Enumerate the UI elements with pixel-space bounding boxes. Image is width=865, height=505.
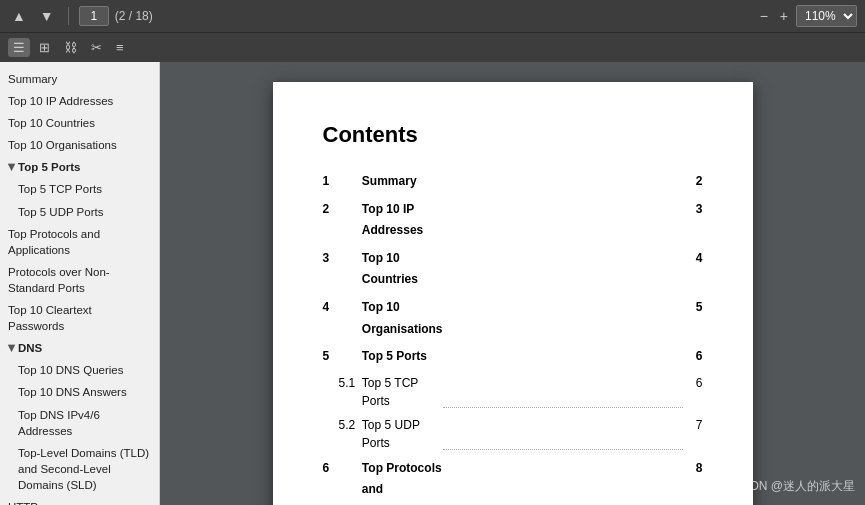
sidebar: Summary Top 10 IP Addresses Top 10 Count… <box>0 62 160 505</box>
sidebar-item-protocols-nonstandard[interactable]: Protocols over Non-Standard Ports <box>0 261 159 299</box>
toc-entry-dots <box>443 413 684 455</box>
sidebar-item-top10-org[interactable]: Top 10 Organisations <box>0 134 159 156</box>
sidebar-item-dns-ipv46[interactable]: Top DNS IPv4/6 Addresses <box>0 404 159 442</box>
zoom-plus-button[interactable]: + <box>776 6 792 26</box>
toc-row: 3Top 10 Countries4 <box>323 245 703 294</box>
toc-entry-spacer <box>443 245 684 294</box>
toc-entry-label: Top 5 Ports <box>362 343 443 371</box>
toc-entry-spacer <box>443 455 684 505</box>
sidebar-item-tcp-ports[interactable]: Top 5 TCP Ports <box>0 178 159 200</box>
toc-entry-num: 2 <box>323 196 362 245</box>
chevron-dns-icon: ▶ <box>5 345 18 352</box>
view-link-button[interactable]: ⛓ <box>59 38 82 57</box>
view-toolbar: ☰ ⊞ ⛓ ✂ ≡ <box>0 32 865 62</box>
toc-table: 1Summary22Top 10 IP Addresses33Top 10 Co… <box>323 168 703 505</box>
toc-title: Contents <box>323 122 703 148</box>
pdf-viewer[interactable]: Contents 1Summary22Top 10 IP Addresses33… <box>160 62 865 505</box>
sidebar-item-top10-ip[interactable]: Top 10 IP Addresses <box>0 90 159 112</box>
main-toolbar: ▲ ▼ (2 / 18) − + 50% 75% 100% 110% 125% … <box>0 0 865 32</box>
toc-row: 5.2Top 5 UDP Ports 7 <box>323 413 703 455</box>
toc-entry-page: 8 <box>683 455 702 505</box>
toc-entry-spacer <box>443 196 684 245</box>
sidebar-item-http[interactable]: HTTP <box>0 496 159 505</box>
toc-row: 5Top 5 Ports6 <box>323 343 703 371</box>
toc-entry-label: Top 10 Countries <box>362 245 443 294</box>
page-number-input[interactable] <box>79 6 109 26</box>
toc-row: 2Top 10 IP Addresses3 <box>323 196 703 245</box>
toc-entry-label: Top Protocols and Applications <box>362 455 443 505</box>
sidebar-item-dns[interactable]: ▶ DNS <box>0 337 159 359</box>
toc-entry-label: Top 5 UDP Ports <box>362 413 443 455</box>
toc-entry-num: 1 <box>323 168 362 196</box>
view-grid-button[interactable]: ⊞ <box>34 38 55 57</box>
toc-entry-label: Top 10 Organisations <box>362 294 443 343</box>
scroll-up-button[interactable]: ▲ <box>8 6 30 26</box>
toc-entry-spacer <box>443 294 684 343</box>
pdf-page: Contents 1Summary22Top 10 IP Addresses33… <box>273 82 753 505</box>
main-area: Summary Top 10 IP Addresses Top 10 Count… <box>0 62 865 505</box>
view-menu-button[interactable]: ≡ <box>111 38 129 57</box>
toc-row: 4Top 10 Organisations5 <box>323 294 703 343</box>
zoom-select[interactable]: 50% 75% 100% 110% 125% 150% 200% <box>796 5 857 27</box>
sidebar-item-cleartext-pw[interactable]: Top 10 Cleartext Passwords <box>0 299 159 337</box>
toc-entry-num: 5 <box>323 343 362 371</box>
toc-entry-spacer <box>443 168 684 196</box>
toc-entry-label: Top 10 IP Addresses <box>362 196 443 245</box>
view-clip-button[interactable]: ✂ <box>86 38 107 57</box>
toc-entry-page: 4 <box>683 245 702 294</box>
sidebar-item-top5-ports[interactable]: ▶ Top 5 Ports <box>0 156 159 178</box>
toc-entry-page: 2 <box>683 168 702 196</box>
toc-row: 1Summary2 <box>323 168 703 196</box>
toc-row: 6Top Protocols and Applications8 <box>323 455 703 505</box>
toc-entry-page: 7 <box>683 413 702 455</box>
chevron-ports-icon: ▶ <box>5 164 18 171</box>
toc-row: 5.1Top 5 TCP Ports 6 <box>323 371 703 413</box>
sidebar-item-dns-queries[interactable]: Top 10 DNS Queries <box>0 359 159 381</box>
view-list-button[interactable]: ☰ <box>8 38 30 57</box>
toc-entry-num: 3 <box>323 245 362 294</box>
toc-entry-label: Summary <box>362 168 443 196</box>
toc-entry-page: 3 <box>683 196 702 245</box>
scroll-down-button[interactable]: ▼ <box>36 6 58 26</box>
toc-entry-num: 5.1 <box>323 371 362 413</box>
sidebar-item-summary[interactable]: Summary <box>0 68 159 90</box>
separator-1 <box>68 7 69 25</box>
toc-entry-label: Top 5 TCP Ports <box>362 371 443 413</box>
toc-entry-page: 6 <box>683 371 702 413</box>
zoom-controls: − + 50% 75% 100% 110% 125% 150% 200% <box>756 5 857 27</box>
sidebar-item-dns-answers[interactable]: Top 10 DNS Answers <box>0 381 159 403</box>
page-count: (2 / 18) <box>115 9 153 23</box>
toc-entry-dots <box>443 371 684 413</box>
toc-entry-num: 6 <box>323 455 362 505</box>
toc-entry-num: 5.2 <box>323 413 362 455</box>
sidebar-item-top10-countries[interactable]: Top 10 Countries <box>0 112 159 134</box>
sidebar-item-tld-sld[interactable]: Top-Level Domains (TLD) and Second-Level… <box>0 442 159 496</box>
toc-entry-spacer <box>443 343 684 371</box>
toc-entry-page: 6 <box>683 343 702 371</box>
sidebar-item-protocols-apps[interactable]: Top Protocols and Applications <box>0 223 159 261</box>
toc-entry-num: 4 <box>323 294 362 343</box>
zoom-minus-button[interactable]: − <box>756 6 772 26</box>
toc-entry-page: 5 <box>683 294 702 343</box>
sidebar-item-udp-ports[interactable]: Top 5 UDP Ports <box>0 201 159 223</box>
